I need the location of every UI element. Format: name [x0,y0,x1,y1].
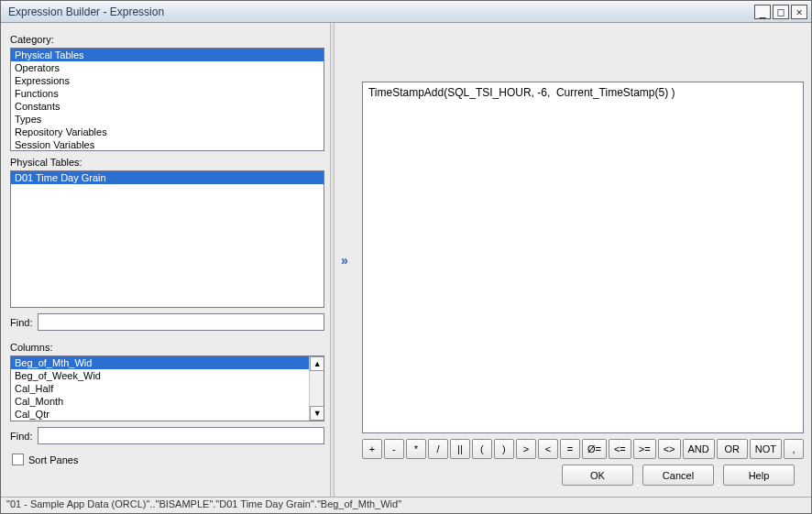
find-label: Find: [10,431,32,442]
insert-arrow-icon[interactable]: » [338,254,351,267]
find-input-columns[interactable] [38,427,324,444]
columns-label: Columns: [10,342,324,353]
scrollbar[interactable]: ▲ ▼ [309,356,324,421]
expression-textarea[interactable]: TimeStampAdd(SQL_TSI_HOUR, -6, Current_T… [362,82,804,433]
triangle-down-icon: ▼ [313,410,322,418]
op-gte[interactable]: >= [633,439,656,459]
close-button[interactable]: ✕ [791,5,807,19]
category-item[interactable]: Functions [11,87,324,100]
physical-table-item[interactable]: D01 Time Day Grain [11,171,324,184]
op-minus[interactable]: - [384,439,404,459]
find-row-columns: Find: [10,427,324,444]
insert-arrow-column: » [335,23,355,497]
op-gt[interactable]: > [516,439,536,459]
category-item[interactable]: Operators [11,61,324,74]
category-item[interactable]: Constants [11,100,324,113]
triangle-up-icon: ▲ [313,360,322,368]
maximize-button[interactable]: □ [773,5,789,19]
physical-tables-list[interactable]: D01 Time Day Grain [10,170,324,308]
expression-builder-window: Expression Builder - Expression _ □ ✕ Ca… [0,0,812,514]
help-button[interactable]: Help [723,465,795,486]
dialog-body: Category: Physical Tables Operators Expr… [1,23,811,513]
column-item[interactable]: Beg_of_Week_Wid [11,369,324,382]
ok-button[interactable]: OK [562,465,633,486]
op-comma[interactable]: , [784,439,804,459]
find-label: Find: [10,317,32,328]
minimize-button[interactable]: _ [754,5,771,19]
main-area: Category: Physical Tables Operators Expr… [1,23,811,497]
category-item[interactable]: Expressions [11,74,324,87]
column-item[interactable]: Cal_Half [11,382,324,395]
column-item[interactable]: Cal_Qtr [11,408,324,421]
category-item[interactable]: Repository Variables [11,126,324,138]
physical-tables-label: Physical Tables: [10,157,324,168]
op-mult[interactable]: * [406,439,426,459]
category-item[interactable]: Types [11,113,324,126]
op-eq[interactable]: = [560,439,580,459]
operator-toolbar: + - * / || ( ) > < = Ø= <= >= <> AND OR [362,439,804,459]
dialog-buttons: OK Cancel Help [355,459,804,491]
op-not[interactable]: NOT [750,439,782,459]
op-plus[interactable]: + [362,439,382,459]
find-row-physical: Find: [10,313,324,331]
window-title: Expression Builder - Expression [8,5,754,18]
status-bar: "01 - Sample App Data (ORCL)".."BISAMPLE… [1,497,811,513]
sort-panes-row: Sort Panes [10,454,324,465]
op-div[interactable]: / [428,439,448,459]
op-and[interactable]: AND [683,439,715,459]
column-item[interactable]: Cal_Month [11,395,324,408]
title-bar: Expression Builder - Expression _ □ ✕ [1,1,811,23]
op-rparen[interactable]: ) [494,439,514,459]
sort-panes-label: Sort Panes [28,454,78,465]
category-label: Category: [10,34,324,45]
op-or[interactable]: OR [717,439,748,459]
op-concat[interactable]: || [450,439,470,459]
category-item[interactable]: Session Variables [11,138,324,151]
op-neq[interactable]: <> [658,439,681,459]
op-lparen[interactable]: ( [472,439,492,459]
column-item[interactable]: Beg_of_Mth_Wid [11,356,324,369]
category-list[interactable]: Physical Tables Operators Expressions Fu… [10,48,324,151]
scroll-up-button[interactable]: ▲ [310,356,324,371]
cancel-button[interactable]: Cancel [642,465,714,486]
op-null-eq[interactable]: Ø= [582,439,607,459]
window-controls: _ □ ✕ [754,5,807,19]
columns-list[interactable]: Beg_of_Mth_Wid Beg_of_Week_Wid Cal_Half … [10,355,324,421]
op-lte[interactable]: <= [609,439,631,459]
op-lt[interactable]: < [538,439,558,459]
right-panel: TimeStampAdd(SQL_TSI_HOUR, -6, Current_T… [355,23,811,497]
find-input-physical[interactable] [38,313,324,331]
left-panel: Category: Physical Tables Operators Expr… [1,23,330,497]
sort-panes-checkbox[interactable] [12,454,24,465]
category-item[interactable]: Physical Tables [11,49,324,61]
scroll-down-button[interactable]: ▼ [310,406,324,421]
